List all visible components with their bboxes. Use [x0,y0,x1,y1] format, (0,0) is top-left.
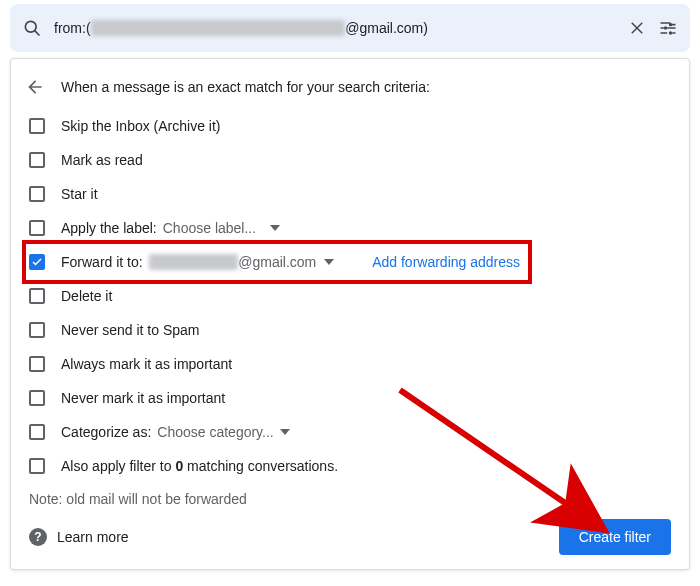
option-label: Apply the label: [61,220,157,236]
back-arrow-icon[interactable] [23,75,47,99]
panel-footer: ? Learn more Create filter [11,509,689,555]
panel-header-text: When a message is an exact match for you… [61,79,430,95]
search-redacted: natalie@natureframer com dirtorg natalie [91,20,346,36]
option-mark-read[interactable]: Mark as read [11,143,689,177]
checkbox-icon[interactable] [29,356,45,372]
help-icon: ? [29,528,47,546]
option-label: Mark as read [61,152,143,168]
panel-header: When a message is an exact match for you… [11,71,689,109]
clear-search-button[interactable] [628,19,646,37]
checkbox-icon[interactable] [29,254,45,270]
option-categorize[interactable]: Categorize as: Choose category... [11,415,689,449]
search-options-icon[interactable] [658,18,678,38]
checkbox-icon[interactable] [29,390,45,406]
option-label: Also apply filter to 0 matching conversa… [61,458,338,474]
category-dropdown[interactable]: Choose category... [157,424,289,440]
search-input[interactable]: from:(natalie@natureframer com dirtorg n… [54,20,616,36]
forward-address-dropdown[interactable]: natebede0523@gmail.com [149,254,334,270]
option-label: Star it [61,186,98,202]
option-always-important[interactable]: Always mark it as important [11,347,689,381]
svg-line-1 [35,31,40,36]
create-filter-button[interactable]: Create filter [559,519,671,555]
option-label: Skip the Inbox (Archive it) [61,118,221,134]
option-label: Categorize as: [61,424,151,440]
option-also-apply[interactable]: Also apply filter to 0 matching conversa… [11,449,689,483]
search-icon[interactable] [22,18,42,38]
checkbox-icon[interactable] [29,152,45,168]
svg-point-4 [669,23,672,26]
option-skip-inbox[interactable]: Skip the Inbox (Archive it) [11,109,689,143]
chevron-down-icon [270,220,280,236]
option-delete[interactable]: Delete it [11,279,689,313]
checkbox-icon[interactable] [29,220,45,236]
option-forward[interactable]: Forward it to: natebede0523@gmail.com Ad… [11,245,689,279]
option-label: Never send it to Spam [61,322,200,338]
search-suffix: @gmail.com) [345,20,428,36]
checkbox-icon[interactable] [29,458,45,474]
filter-panel: When a message is an exact match for you… [10,58,690,570]
checkbox-icon[interactable] [29,288,45,304]
svg-point-6 [669,31,672,34]
learn-more-link[interactable]: ? Learn more [29,528,129,546]
search-bar: from:(natalie@natureframer com dirtorg n… [10,4,690,52]
svg-point-5 [664,26,667,29]
option-never-spam[interactable]: Never send it to Spam [11,313,689,347]
svg-point-0 [25,21,36,32]
option-label: Always mark it as important [61,356,232,372]
note-text: Note: old mail will not be forwarded [11,483,689,509]
option-never-important[interactable]: Never mark it as important [11,381,689,415]
option-label: Delete it [61,288,112,304]
label-dropdown[interactable]: Choose label... [163,220,280,236]
checkbox-icon[interactable] [29,424,45,440]
checkbox-icon[interactable] [29,186,45,202]
checkbox-icon[interactable] [29,322,45,338]
chevron-down-icon [280,424,290,440]
checkbox-icon[interactable] [29,118,45,134]
add-forwarding-link[interactable]: Add forwarding address [372,254,520,270]
option-label: Never mark it as important [61,390,225,406]
chevron-down-icon [324,254,334,270]
option-star[interactable]: Star it [11,177,689,211]
search-prefix: from:( [54,20,91,36]
option-apply-label[interactable]: Apply the label: Choose label... [11,211,689,245]
option-label: Forward it to: [61,254,143,270]
